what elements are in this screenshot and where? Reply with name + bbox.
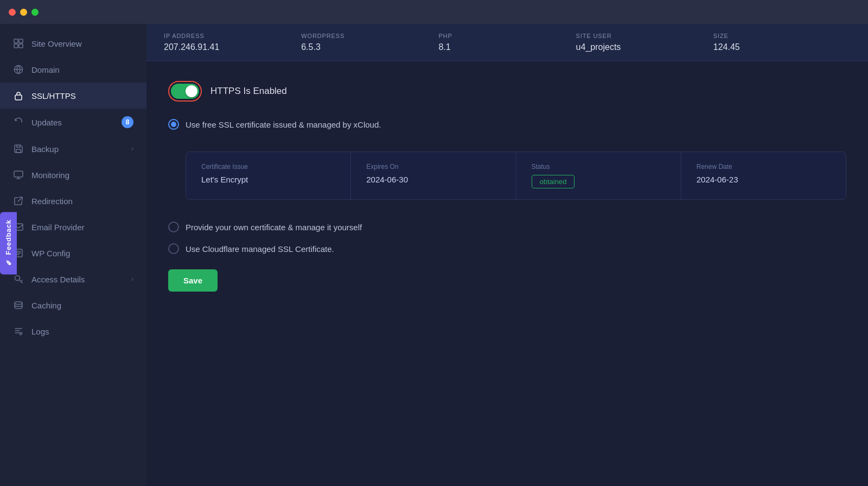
status-badge: obtained [532,175,575,188]
sidebar-item-label: Monitoring [31,171,133,180]
size-value: 124.45 [713,42,829,52]
https-toggle-label: HTTPS Is Enabled [210,86,287,97]
main-content: IP ADDRESS 207.246.91.41 WORDPRESS 6.5.3… [146,24,868,486]
ssl-radio-section: Use free SSL certificate issued & manage… [168,119,846,254]
ip-label: IP ADDRESS [164,33,279,39]
sidebar-item-caching[interactable]: Caching [0,292,146,318]
sidebar-item-email-provider[interactable]: Email Provider [0,214,146,240]
chevron-right-icon: › [131,275,133,283]
certificate-info-box: Certificate Issue Let's Encrypt Expires … [186,152,846,200]
sidebar: Site Overview Domain SSL/HTTPS [0,24,146,486]
server-info-size: SIZE 124.45 [713,24,851,61]
wordpress-label: WORDPRESS [301,33,417,39]
server-info-php: PHP 8.1 [438,24,576,61]
radio-circle-free-ssl[interactable] [168,119,179,130]
radio-circle-cloudflare[interactable] [168,243,179,254]
radio-option-free-ssl[interactable]: Use free SSL certificate issued & manage… [168,119,846,130]
lock-icon [13,90,24,101]
cert-status-label: Status [532,163,666,171]
cert-status-col: Status obtained [516,152,681,199]
sidebar-item-ssl-https[interactable]: SSL/HTTPS [0,83,146,109]
radio-option-own-cert[interactable]: Provide your own certificate & manage it… [168,222,846,232]
sidebar-item-label: Updates [31,118,114,127]
radio-label-own-cert: Provide your own certificate & manage it… [186,223,362,232]
globe-icon [13,64,24,75]
maximize-button[interactable] [31,9,39,16]
sidebar-item-label: Redirection [31,197,133,206]
svg-rect-2 [14,44,18,48]
sidebar-item-label: Backup [31,144,124,154]
save-button[interactable]: Save [168,269,218,292]
logs-icon [13,326,24,337]
ip-value: 207.246.91.41 [164,42,279,52]
key-icon [13,274,24,285]
sidebar-item-label: Logs [31,327,133,336]
sidebar-item-label: Domain [31,65,133,74]
svg-rect-1 [19,39,23,43]
sidebar-item-label: Access Details [31,275,124,284]
wordpress-value: 6.5.3 [301,42,417,52]
cert-issue-col: Certificate Issue Let's Encrypt [186,152,351,199]
server-info-ip: IP ADDRESS 207.246.91.41 [164,24,301,61]
cert-issue-label: Certificate Issue [201,163,335,171]
sidebar-item-access-details[interactable]: Access Details › [0,266,146,292]
sidebar-item-label: Caching [31,301,133,310]
https-toggle[interactable] [171,84,199,99]
grid-icon [13,38,24,49]
sidebar-item-site-overview[interactable]: Site Overview [0,30,146,56]
size-label: SIZE [713,33,829,39]
monitor-icon [13,169,24,180]
server-info-bar: IP ADDRESS 207.246.91.41 WORDPRESS 6.5.3… [146,24,868,61]
site-user-label: SITE USER [576,33,692,39]
site-user-value: u4_projects [576,42,692,52]
page-content: HTTPS Is Enabled Use free SSL certificat… [146,61,868,486]
titlebar [0,0,868,24]
sidebar-item-redirection[interactable]: Redirection [0,188,146,214]
radio-circle-own-cert[interactable] [168,222,179,232]
sidebar-item-updates[interactable]: Updates 8 [0,109,146,136]
updates-badge: 8 [122,116,133,128]
sidebar-item-label: WP Config [31,249,133,258]
sidebar-item-label: Email Provider [31,223,133,232]
toggle-knob [186,85,197,97]
svg-point-11 [15,302,22,305]
svg-rect-6 [16,149,21,153]
link-external-icon [13,195,24,206]
cert-expires-label: Expires On [366,163,500,171]
radio-option-cloudflare[interactable]: Use Cloudflare managed SSL Certificate. [168,243,846,254]
cert-renew-col: Renew Date 2024-06-23 [681,152,846,199]
refresh-icon [13,117,24,128]
cert-expires-col: Expires On 2024-06-30 [351,152,516,199]
https-toggle-row: HTTPS Is Enabled [168,81,846,102]
php-value: 8.1 [438,42,554,52]
sidebar-item-logs[interactable]: Logs [0,318,146,344]
sidebar-item-monitoring[interactable]: Monitoring [0,162,146,188]
sidebar-item-backup[interactable]: Backup › [0,136,146,162]
cert-issue-value: Let's Encrypt [201,175,335,184]
https-toggle-wrapper[interactable] [168,81,202,102]
radio-label-free-ssl: Use free SSL certificate issued & manage… [186,120,381,129]
chevron-right-icon: › [131,145,133,153]
cert-renew-label: Renew Date [697,163,831,171]
cert-renew-value: 2024-06-23 [697,175,831,184]
feedback-tab[interactable]: ✎ Feedback [0,212,17,274]
sidebar-item-label: Site Overview [31,39,133,48]
server-info-site-user: SITE USER u4_projects [576,24,713,61]
radio-label-cloudflare: Use Cloudflare managed SSL Certificate. [186,244,334,254]
cert-expires-value: 2024-06-30 [366,175,500,184]
save-icon [13,143,24,154]
svg-rect-7 [14,171,23,177]
svg-rect-0 [14,39,18,43]
server-info-wordpress: WORDPRESS 6.5.3 [301,24,438,61]
sidebar-item-domain[interactable]: Domain [0,56,146,83]
close-button[interactable] [9,9,16,16]
cache-icon [13,300,24,311]
svg-rect-3 [19,44,23,48]
sidebar-item-label: SSL/HTTPS [31,91,133,100]
minimize-button[interactable] [20,9,27,16]
svg-rect-5 [15,95,22,100]
feedback-label[interactable]: ✎ Feedback [0,212,17,274]
sidebar-item-wp-config[interactable]: WP Config [0,240,146,266]
php-label: PHP [438,33,554,39]
app-layout: Site Overview Domain SSL/HTTPS [0,24,868,486]
